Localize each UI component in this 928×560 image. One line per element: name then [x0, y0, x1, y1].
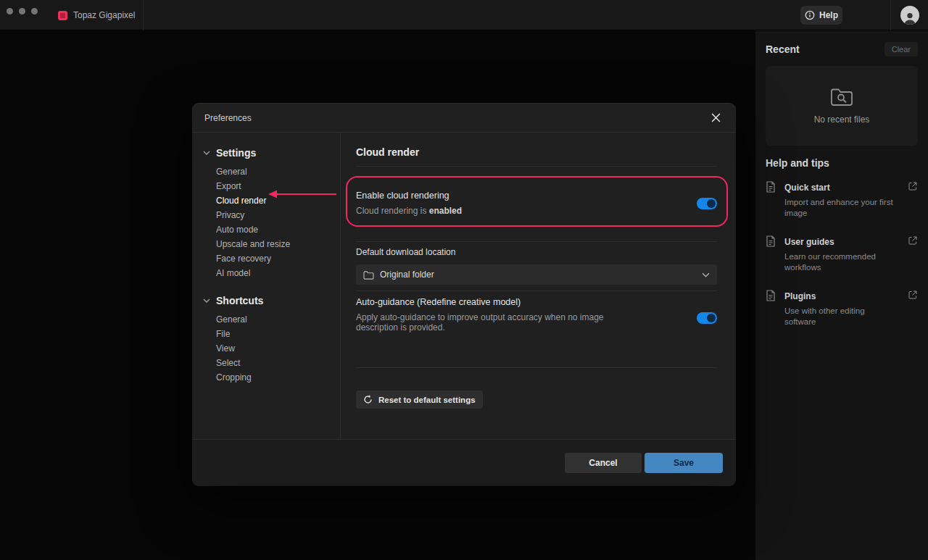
nav-section-shortcuts[interactable]: Shortcuts — [193, 292, 340, 309]
tip-description: Use with other editing software — [784, 306, 893, 327]
panel-heading: Cloud render — [356, 146, 717, 158]
nav-settings-label: Settings — [216, 147, 256, 159]
tip-quick-start[interactable]: Quick start Import and enhance your firs… — [766, 180, 918, 219]
window-minimize-button[interactable] — [19, 8, 25, 14]
dialog-title: Preferences — [204, 113, 252, 123]
shortcuts-nav-list: General File View Select Cropping — [193, 312, 340, 385]
auto-guidance-row: Auto-guidance (Redefine creative model) … — [356, 291, 717, 367]
nav-item-shortcuts-select[interactable]: Select — [193, 356, 340, 370]
dialog-footer: Cancel Save — [193, 439, 735, 485]
folder-search-icon — [830, 87, 853, 107]
external-link-icon — [908, 291, 918, 327]
nav-item-cloud-render[interactable]: Cloud render — [193, 193, 340, 208]
clear-recent-button[interactable]: Clear — [884, 42, 918, 57]
nav-item-upscale-and-resize[interactable]: Upscale and resize — [193, 237, 340, 251]
app-title: Topaz Gigapixel — [73, 10, 135, 20]
help-button-label: Help — [819, 10, 838, 20]
topaz-logo-icon — [58, 11, 67, 20]
nav-item-ai-model[interactable]: AI model — [193, 266, 340, 280]
download-location-value: Original folder — [380, 269, 702, 280]
chevron-down-icon — [702, 272, 710, 277]
external-link-icon — [908, 182, 918, 219]
nav-item-general[interactable]: General — [193, 164, 340, 179]
preferences-dialog: Preferences Settings General Export C — [193, 104, 735, 485]
download-location-select[interactable]: Original folder — [356, 264, 717, 285]
document-icon — [766, 290, 777, 327]
nav-item-shortcuts-view[interactable]: View — [193, 341, 340, 356]
toggle-knob — [707, 199, 716, 208]
settings-nav-list: General Export Cloud render Privacy Auto… — [193, 164, 340, 280]
nav-section-settings[interactable]: Settings — [193, 144, 340, 162]
reset-button-label: Reset to default settings — [378, 396, 476, 404]
close-button[interactable] — [708, 110, 724, 126]
cloud-render-panel: Cloud render Enable cloud rendering Clou… — [341, 133, 735, 439]
tip-plugins[interactable]: Plugins Use with other editing software — [766, 289, 918, 327]
info-icon — [805, 10, 815, 20]
recent-files-empty-state: No recent files — [766, 66, 918, 146]
auto-guidance-toggle[interactable] — [697, 312, 717, 324]
download-location-section: Default download location Original folde… — [356, 242, 717, 291]
nav-item-face-recovery[interactable]: Face recovery — [193, 251, 340, 266]
recent-title: Recent — [766, 43, 800, 55]
reset-icon — [363, 395, 373, 404]
nav-item-privacy[interactable]: Privacy — [193, 208, 340, 222]
window-zoom-button[interactable] — [31, 8, 38, 14]
document-icon — [766, 235, 777, 273]
avatar[interactable] — [900, 6, 919, 25]
external-link-icon — [908, 236, 918, 273]
chevron-down-icon — [203, 151, 210, 155]
window-close-button[interactable] — [7, 8, 13, 14]
right-sidebar: Recent Clear No recent files Help and ti… — [755, 30, 928, 560]
cancel-button[interactable]: Cancel — [565, 453, 642, 473]
reset-defaults-button[interactable]: Reset to default settings — [356, 390, 483, 409]
document-icon — [766, 181, 777, 219]
tip-title: Quick start — [784, 183, 830, 193]
help-button[interactable]: Help — [800, 6, 842, 25]
no-recent-files-text: No recent files — [814, 114, 870, 125]
tip-title: User guides — [784, 237, 834, 247]
window-controls — [7, 8, 38, 14]
app-logo: Topaz Gigapixel — [58, 0, 135, 30]
nav-item-auto-mode[interactable]: Auto mode — [193, 222, 340, 237]
help-and-tips-title: Help and tips — [766, 157, 918, 169]
cloud-rendering-toggle[interactable] — [697, 198, 717, 209]
close-icon — [711, 113, 721, 122]
auto-guidance-label: Auto-guidance (Redefine creative model) — [356, 297, 617, 307]
chevron-down-icon — [203, 298, 210, 303]
titlebar: Topaz Gigapixel Help — [0, 0, 928, 30]
tip-title: Plugins — [784, 291, 816, 301]
person-icon — [903, 11, 917, 25]
save-button[interactable]: Save — [645, 453, 723, 473]
auto-guidance-description: Apply auto-guidance to improve output ac… — [356, 312, 617, 333]
nav-item-shortcuts-general[interactable]: General — [193, 312, 340, 327]
titlebar-divider — [143, 0, 144, 30]
nav-item-shortcuts-file[interactable]: File — [193, 327, 340, 341]
dialog-header: Preferences — [193, 104, 735, 133]
tip-description: Learn our recommended workflows — [784, 251, 893, 273]
nav-shortcuts-label: Shortcuts — [216, 295, 263, 306]
tip-user-guides[interactable]: User guides Learn our recommended workfl… — [766, 235, 918, 273]
app-window: Topaz Gigapixel Help Recent Clear No rec… — [0, 0, 928, 560]
status-enabled-text: enabled — [429, 206, 462, 216]
toggle-knob — [707, 314, 716, 322]
titlebar-divider — [890, 0, 891, 30]
cloud-rendering-status: Cloud rendering is enabled — [356, 206, 462, 216]
nav-item-export[interactable]: Export — [193, 179, 340, 193]
enable-cloud-rendering-row: Enable cloud rendering Cloud rendering i… — [356, 167, 717, 241]
download-location-label: Default download location — [356, 247, 717, 257]
tip-description: Import and enhance your first image — [784, 197, 893, 219]
preferences-nav: Settings General Export Cloud render Pri… — [193, 133, 341, 439]
tips-list: Quick start Import and enhance your firs… — [766, 180, 918, 327]
nav-item-shortcuts-cropping[interactable]: Cropping — [193, 370, 340, 385]
enable-cloud-rendering-label: Enable cloud rendering — [356, 191, 462, 201]
folder-icon — [363, 270, 374, 280]
